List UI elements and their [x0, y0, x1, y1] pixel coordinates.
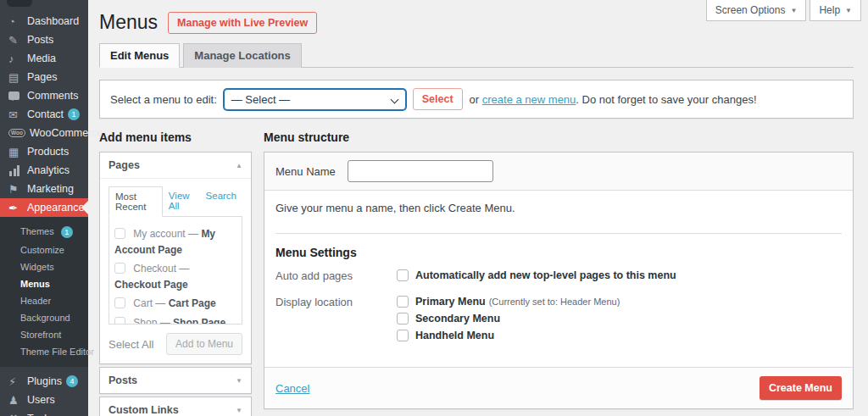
manage-live-preview-button[interactable]: Manage with Live Preview: [168, 12, 317, 34]
users-icon: ♟: [8, 394, 27, 407]
contact-icon: ✉: [8, 108, 27, 121]
submenu-item[interactable]: Customize: [0, 241, 88, 258]
sidebar-item[interactable]: ♟ Users: [0, 391, 88, 409]
accordion-section: Posts ▼: [99, 367, 252, 394]
auto-add-checkbox[interactable]: [397, 269, 409, 281]
help-button[interactable]: Help ▼: [810, 0, 861, 21]
accordion-header[interactable]: Custom Links ▼: [100, 397, 251, 416]
menu-helper-text: Give your menu a name, then click Create…: [275, 202, 842, 234]
accordion-header[interactable]: Posts ▼: [100, 368, 251, 393]
pages-tab-label: Most Recent: [115, 191, 146, 212]
submenu-item[interactable]: Widgets: [0, 258, 88, 275]
admin-sidebar: ◔ Dashboard ✎ Posts ♪ Media ▤: [0, 0, 88, 416]
selected-option: — Select —: [231, 93, 290, 106]
create-menu-button[interactable]: Create Menu: [760, 376, 842, 400]
count-badge: 1: [68, 108, 80, 120]
page-checklist-item[interactable]: Shop — Shop Page: [114, 315, 236, 324]
sidebar-item[interactable]: Analytics: [0, 161, 88, 180]
pages-tab[interactable]: Search: [200, 186, 242, 217]
sidebar-menu-bottom: ⚡ Plugins 4 ♟ Users ⚒ Tools: [0, 367, 88, 416]
location-label: Secondary Menu: [415, 313, 500, 324]
sidebar-item-label: Pages: [27, 71, 57, 83]
location-checkbox[interactable]: [397, 296, 409, 308]
page-item-text: Checkout —: [133, 263, 189, 275]
pages-panel: Pages ▲ Most Recent Vie: [99, 152, 252, 364]
location-note: (Currently set to: Header Menu): [489, 297, 620, 307]
page-checklist-item[interactable]: Checkout — Checkout Page: [114, 261, 236, 292]
display-location-label: Display location: [275, 296, 397, 347]
page-checkbox[interactable]: [114, 297, 125, 308]
chevron-down-icon: ▼: [790, 7, 797, 14]
screen-options-label: Screen Options: [715, 4, 786, 16]
add-to-menu-button[interactable]: Add to Menu: [166, 333, 242, 355]
media-icon: ♪: [8, 53, 27, 65]
nav-tab[interactable]: Manage Locations: [183, 43, 301, 68]
page-checklist-item[interactable]: My account — My Account Page: [114, 226, 236, 258]
pages-tab[interactable]: Most Recent: [108, 186, 163, 217]
submenu-item-label: Background: [20, 313, 70, 323]
sidebar-item[interactable]: ◔ Dashboard: [0, 12, 88, 31]
select-all-link[interactable]: Select All: [108, 338, 153, 351]
pages-tabs: Most Recent View All Search: [108, 186, 242, 217]
menu-structure-heading: Menu structure: [264, 130, 854, 144]
location-checkbox[interactable]: [397, 330, 409, 341]
sidebar-item[interactable]: ▦ Products: [0, 142, 88, 161]
sidebar-item[interactable]: Woo WooCommerce: [0, 124, 88, 142]
pages-panel-header[interactable]: Pages ▲: [100, 153, 251, 178]
sidebar-item[interactable]: ✎ Posts: [0, 31, 88, 49]
sidebar-item[interactable]: ✉ Contact 1: [0, 105, 88, 124]
chevron-up-icon: ▲: [236, 162, 242, 169]
location-checkbox[interactable]: [397, 313, 409, 324]
display-location-option[interactable]: Primary Menu (Currently set to: Header M…: [397, 296, 620, 308]
submenu-item-label: Storefront: [20, 330, 61, 340]
submenu-item[interactable]: Themes 1: [0, 223, 88, 241]
count-badge: 4: [66, 375, 78, 387]
select-menu-label: Select a menu to edit:: [110, 93, 217, 106]
sidebar-item[interactable]: Comments: [0, 86, 88, 105]
display-location-options: Primary Menu (Currently set to: Header M…: [397, 296, 620, 347]
page-item-text: Shop —: [133, 317, 173, 324]
sidebar-item[interactable]: ▤ Pages: [0, 68, 88, 86]
page-checkbox[interactable]: [114, 317, 125, 324]
cancel-link[interactable]: Cancel: [275, 382, 309, 395]
auto-add-option[interactable]: Automatically add new top-level pages to…: [397, 269, 676, 281]
submenu-item[interactable]: Theme File Editor: [0, 343, 88, 360]
menu-name-row: Menu Name: [264, 153, 853, 191]
pages-tab[interactable]: View All: [163, 186, 200, 217]
display-location-option[interactable]: Handheld Menu: [397, 330, 620, 341]
page-checklist-item[interactable]: Cart — Cart Page: [114, 296, 236, 312]
sidebar-item-label: Contact: [27, 108, 64, 120]
nav-tab[interactable]: Edit Menus: [99, 43, 180, 68]
page-checkbox[interactable]: [114, 263, 125, 274]
comments-icon: [8, 92, 19, 100]
sidebar-item[interactable]: ♪ Media: [0, 49, 88, 68]
create-new-menu-link[interactable]: create a new menu: [482, 93, 576, 106]
submenu-item[interactable]: Header: [0, 292, 88, 309]
sidebar-item-label: Tools: [27, 413, 52, 416]
nav-tabs: Edit Menus Manage Locations: [99, 43, 854, 68]
auto-add-option-label: Automatically add new top-level pages to…: [415, 269, 676, 281]
display-location-option[interactable]: Secondary Menu: [397, 313, 620, 324]
editor-columns: Add menu items Pages ▲ Most Recent: [99, 130, 854, 416]
sidebar-item[interactable]: ✒ Appearance: [0, 198, 88, 217]
sidebar-item-label: Marketing: [27, 183, 74, 195]
main-content: Screen Options ▼ Help ▼ Menus Manage wit…: [88, 0, 868, 416]
submenu-item[interactable]: Storefront: [0, 326, 88, 343]
sidebar-item[interactable]: ⚑ Marketing: [0, 180, 88, 198]
sidebar-item[interactable]: ⚒ Tools: [0, 409, 88, 416]
screen-meta-links: Screen Options ▼ Help ▼: [706, 0, 861, 21]
pages-tab-label: View All: [169, 191, 190, 211]
sidebar-item-label: Media: [27, 53, 56, 64]
accordion-title: Posts: [108, 374, 137, 386]
menu-select-dropdown[interactable]: — Select —: [224, 89, 406, 110]
screen-options-button[interactable]: Screen Options ▼: [706, 0, 807, 21]
menu-name-label: Menu Name: [275, 165, 336, 178]
auto-add-pages-row: Auto add pages Automatically add new top…: [275, 269, 842, 286]
menu-name-input[interactable]: [348, 160, 493, 182]
page-checkbox[interactable]: [114, 228, 125, 239]
submenu-item[interactable]: Background: [0, 309, 88, 326]
sidebar-item[interactable]: ⚡ Plugins 4: [0, 372, 88, 391]
submenu-item[interactable]: Menus: [0, 275, 88, 292]
tools-icon: ⚒: [8, 413, 27, 416]
select-button[interactable]: Select: [413, 88, 463, 110]
